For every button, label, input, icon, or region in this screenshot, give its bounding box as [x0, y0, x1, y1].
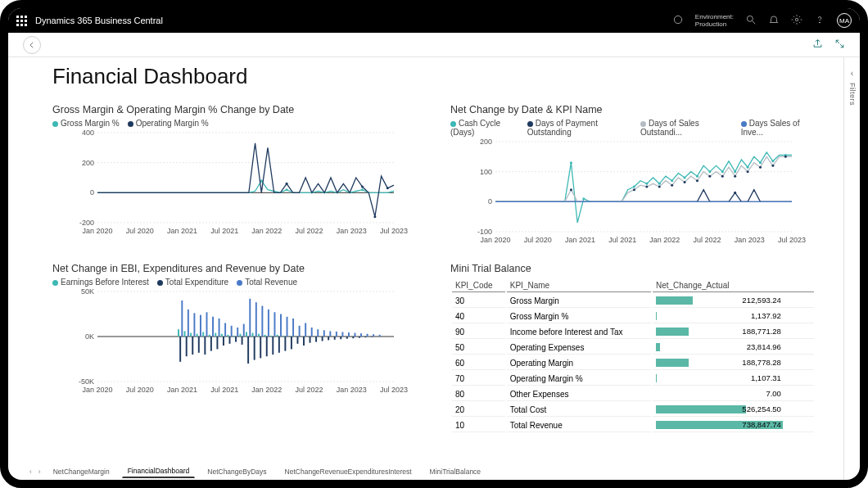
svg-rect-100: [252, 333, 254, 337]
panel-net-change-kpi: Net Change by Date & KPI Name Cash Cycle…: [450, 104, 816, 251]
bell-icon[interactable]: [768, 14, 780, 27]
svg-text:Jul 2021: Jul 2021: [210, 227, 238, 235]
chart-net-change-kpi: -1000100200Jan 2020Jul 2020Jan 2021Jul 2…: [450, 138, 816, 245]
svg-rect-164: [311, 328, 313, 337]
subbar: [8, 33, 860, 57]
legend-item[interactable]: Cash Cycle (Days): [450, 119, 519, 137]
svg-text:200: 200: [82, 159, 94, 167]
table-row[interactable]: 90Income before Interest and Tax188,771.…: [452, 325, 814, 339]
svg-rect-89: [184, 331, 186, 337]
table-column-header[interactable]: KPI_Name: [507, 279, 651, 292]
environment-indicator[interactable]: [672, 14, 684, 27]
table-row[interactable]: 40Gross Margin %1,137.92: [452, 310, 814, 323]
svg-rect-147: [206, 312, 208, 337]
table-cell: Total Cost: [507, 403, 651, 417]
svg-rect-143: [181, 300, 183, 337]
svg-rect-160: [287, 317, 288, 337]
share-icon[interactable]: [812, 38, 823, 52]
svg-rect-88: [178, 329, 179, 337]
legend-item[interactable]: Earnings Before Interest: [52, 278, 149, 287]
svg-line-2: [753, 21, 756, 25]
svg-text:0: 0: [90, 188, 94, 197]
legend: Cash Cycle (Days)Days of Payment Outstan…: [450, 119, 816, 137]
sheet-tab[interactable]: NetChangeRevenueExpendituresInterest: [279, 465, 418, 478]
back-button[interactable]: [23, 36, 41, 54]
svg-text:Jan 2021: Jan 2021: [565, 236, 595, 244]
svg-rect-101: [258, 334, 260, 337]
sheet-tab[interactable]: NetChangeMargin: [47, 465, 115, 478]
table-row[interactable]: 30Gross Margin212,593.24: [452, 294, 814, 308]
table-cell: 1,137.92: [653, 310, 814, 323]
settings-icon[interactable]: [791, 14, 802, 27]
panel-title: Gross Margin & Operating Margin % Change…: [52, 104, 418, 115]
table-row[interactable]: 20Total Cost526,254.50: [452, 403, 814, 417]
svg-rect-129: [291, 337, 292, 349]
svg-rect-124: [260, 337, 261, 358]
svg-rect-173: [367, 334, 368, 337]
table-column-header[interactable]: Net_Change_Actual: [653, 279, 814, 292]
svg-text:Jul 2020: Jul 2020: [126, 386, 154, 394]
svg-rect-111: [179, 337, 181, 362]
table-cell: Gross Margin: [507, 294, 651, 308]
sheet-tab[interactable]: FinancialDashboard: [122, 464, 196, 478]
svg-rect-115: [204, 337, 206, 355]
table-cell: 70: [452, 372, 505, 386]
svg-text:Jan 2021: Jan 2021: [167, 227, 197, 235]
svg-rect-104: [277, 335, 278, 337]
svg-rect-121: [242, 337, 243, 345]
table-cell: 40: [452, 310, 505, 323]
app-launcher-icon[interactable]: [16, 16, 27, 26]
svg-point-26: [373, 215, 376, 218]
table-row[interactable]: 80Other Expenses7.00: [452, 387, 814, 401]
avatar[interactable]: MA: [837, 13, 852, 28]
legend-item[interactable]: Total Revenue: [237, 278, 297, 287]
svg-rect-118: [223, 337, 224, 346]
svg-point-53: [721, 170, 724, 173]
expand-icon[interactable]: [834, 38, 845, 52]
table-column-header[interactable]: KPI_Code: [452, 279, 505, 292]
table-row[interactable]: 60Operating Margin188,778.28: [452, 356, 814, 370]
legend-item[interactable]: Gross Margin %: [52, 119, 120, 128]
svg-rect-122: [247, 337, 249, 364]
svg-text:200: 200: [480, 138, 492, 146]
filters-label: Filters: [848, 83, 857, 106]
svg-rect-154: [249, 299, 251, 337]
table-cell: 738,847.74: [653, 418, 814, 432]
table-cell: 90: [452, 325, 505, 339]
table-row[interactable]: 70Operating Margin %1,107.31: [452, 372, 814, 386]
legend-item[interactable]: Days of Sales Outstandi...: [640, 119, 733, 137]
svg-rect-150: [224, 323, 226, 337]
svg-rect-114: [198, 337, 200, 353]
sheet-tab[interactable]: NetChangeByDays: [201, 465, 272, 478]
svg-rect-97: [233, 336, 235, 337]
sheet-tab[interactable]: MiniTrialBalance: [424, 465, 487, 478]
svg-point-64: [671, 184, 673, 187]
legend-item[interactable]: Operating Margin %: [128, 119, 209, 128]
search-icon[interactable]: [745, 14, 757, 27]
svg-rect-156: [261, 306, 263, 337]
svg-rect-149: [219, 319, 220, 337]
legend-item[interactable]: Total Expenditure: [157, 278, 228, 287]
svg-rect-155: [255, 302, 257, 337]
svg-point-3: [795, 18, 798, 21]
help-icon[interactable]: [814, 14, 825, 27]
table-row[interactable]: 50Operating Expenses23,814.96: [452, 341, 814, 355]
filters-pane-toggle[interactable]: ‹ Filters: [843, 57, 860, 480]
tabs-next-icon[interactable]: ›: [38, 468, 41, 476]
svg-rect-93: [209, 335, 210, 337]
svg-rect-128: [284, 337, 286, 351]
svg-rect-96: [227, 335, 228, 337]
svg-rect-131: [303, 337, 305, 346]
svg-text:Jan 2022: Jan 2022: [251, 386, 282, 394]
svg-text:0: 0: [488, 197, 492, 206]
svg-text:Jan 2023: Jan 2023: [337, 386, 367, 394]
table-row[interactable]: 10Total Revenue738,847.74: [452, 418, 814, 432]
svg-rect-95: [221, 334, 223, 337]
svg-rect-166: [323, 330, 325, 337]
svg-rect-162: [299, 326, 301, 337]
table-cell: Operating Margin: [507, 356, 651, 370]
table-cell: Gross Margin %: [507, 310, 651, 323]
legend-item[interactable]: Days Sales of Inve...: [741, 119, 816, 137]
tabs-prev-icon[interactable]: ‹: [29, 468, 32, 476]
legend-item[interactable]: Days of Payment Outstanding: [527, 119, 632, 137]
